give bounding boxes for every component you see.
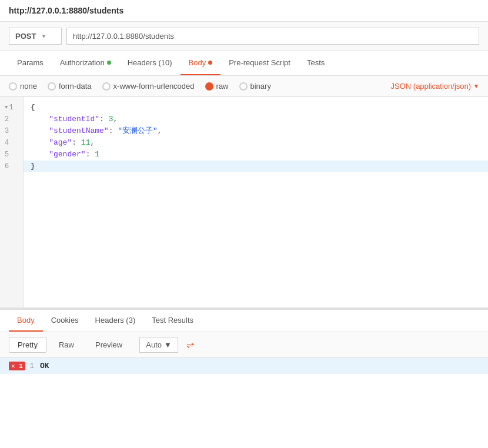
tab-headers-label: Headers (10) [128, 58, 172, 67]
format-raw-label: Raw [59, 340, 74, 349]
radio-binary[interactable]: binary [239, 82, 271, 91]
radio-form-data-circle [48, 82, 56, 91]
tab-params[interactable]: Params [9, 51, 52, 75]
response-line-number: 1 [30, 362, 34, 370]
resp-tab-headers[interactable]: Headers (3) [87, 310, 144, 332]
tab-authorization-label: Authorization [60, 58, 105, 67]
auto-label: Auto [146, 340, 162, 349]
tab-pre-request[interactable]: Pre-request Script [220, 51, 299, 75]
line-num-3: 3 [0, 125, 23, 137]
code-line-4: "age": 11, [24, 137, 488, 149]
resp-tab-test-results[interactable]: Test Results [143, 310, 202, 332]
body-type-bar: none form-data x-www-form-urlencoded raw… [0, 76, 488, 97]
tab-tests-label: Tests [307, 58, 325, 67]
json-dropdown-arrow-icon: ▼ [473, 83, 479, 89]
tab-params-label: Params [17, 58, 44, 67]
arrow-icon-1: ▼ [5, 102, 8, 113]
response-line-1: ✕ 1 1 OK [0, 358, 488, 374]
resp-tab-body[interactable]: Body [9, 310, 43, 332]
radio-raw[interactable]: raw [205, 82, 229, 91]
radio-urlencoded[interactable]: x-www-form-urlencoded [102, 82, 195, 91]
error-badge: ✕ 1 [9, 362, 25, 370]
tab-headers[interactable]: Headers (10) [119, 51, 181, 75]
auto-chevron-icon: ▼ [164, 340, 172, 349]
tab-body[interactable]: Body [181, 51, 221, 75]
method-label: POST [15, 32, 36, 41]
radio-raw-circle [205, 82, 213, 91]
response-body: ✕ 1 1 OK [0, 358, 488, 374]
format-pretty[interactable]: Pretty [9, 337, 46, 353]
resp-tab-headers-label: Headers (3) [95, 316, 136, 325]
code-content: { "studentId": 3, "studentName": "安澜公子",… [24, 97, 488, 307]
radio-urlencoded-circle [102, 82, 111, 91]
body-dot [208, 61, 212, 65]
line-numbers: ▼ 1 2 3 4 5 6 [0, 97, 24, 307]
code-line-2: "studentId": 3, [24, 113, 488, 125]
format-raw[interactable]: Raw [50, 337, 83, 353]
radio-none-label: none [20, 82, 37, 91]
url-input[interactable] [66, 28, 479, 45]
radio-form-data-label: form-data [59, 82, 92, 91]
wrap-icon[interactable]: ⇌ [186, 339, 194, 350]
line-num-5: 5 [0, 149, 23, 161]
response-section: Body Cookies Headers (3) Test Results Pr… [0, 309, 488, 374]
line-num-4: 4 [0, 137, 23, 149]
code-line-6: } [24, 161, 488, 172]
json-type-label: JSON (application/json) [391, 82, 472, 91]
code-line-1: { [24, 102, 488, 113]
resp-tab-cookies-label: Cookies [51, 316, 79, 325]
line-num-2: 2 [0, 113, 23, 125]
code-line-5: "gender": 1 [24, 149, 488, 161]
radio-binary-circle [239, 82, 248, 91]
request-bar: POST ▼ [0, 22, 488, 51]
radio-binary-label: binary [250, 82, 271, 91]
resp-tab-body-label: Body [17, 316, 35, 325]
format-preview[interactable]: Preview [86, 337, 131, 353]
json-type-selector[interactable]: JSON (application/json) ▼ [391, 82, 479, 91]
tab-body-label: Body [189, 58, 206, 67]
radio-form-data[interactable]: form-data [48, 82, 92, 91]
line-num-1: ▼ 1 [0, 102, 23, 113]
format-pretty-label: Pretty [18, 340, 38, 349]
response-format-bar: Pretty Raw Preview Auto ▼ ⇌ [0, 332, 488, 358]
radio-urlencoded-label: x-www-form-urlencoded [113, 82, 195, 91]
tab-authorization[interactable]: Authorization [52, 51, 119, 75]
method-select[interactable]: POST ▼ [9, 28, 62, 45]
response-tabs: Body Cookies Headers (3) Test Results [0, 310, 488, 332]
format-preview-label: Preview [95, 340, 122, 349]
request-tabs: Params Authorization Headers (10) Body P… [0, 51, 488, 76]
method-chevron-icon: ▼ [41, 33, 46, 39]
line-num-6: 6 [0, 161, 23, 172]
code-editor[interactable]: ▼ 1 2 3 4 5 6 { "studentId": 3, "student… [0, 97, 488, 309]
radio-none-circle [9, 82, 17, 91]
tab-tests[interactable]: Tests [299, 51, 333, 75]
resp-tab-cookies[interactable]: Cookies [43, 310, 87, 332]
auto-select[interactable]: Auto ▼ [139, 337, 178, 353]
response-ok-text: OK [40, 362, 49, 370]
tab-pre-request-label: Pre-request Script [229, 58, 290, 67]
radio-raw-label: raw [216, 82, 229, 91]
top-url-display: http://127.0.0.1:8880/students [0, 0, 488, 22]
resp-tab-test-results-label: Test Results [152, 316, 193, 325]
authorization-dot [107, 61, 111, 65]
radio-none[interactable]: none [9, 82, 37, 91]
code-line-3: "studentName": "安澜公子", [24, 125, 488, 137]
